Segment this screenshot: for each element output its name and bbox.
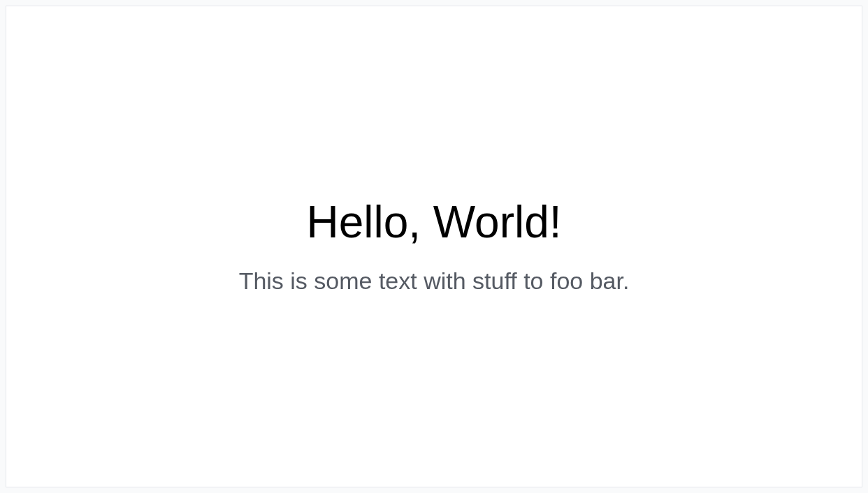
page-heading: Hello, World!: [306, 198, 561, 246]
page-subtext: This is some text with stuff to foo bar.: [239, 267, 630, 295]
content-card: Hello, World! This is some text with stu…: [6, 6, 862, 487]
